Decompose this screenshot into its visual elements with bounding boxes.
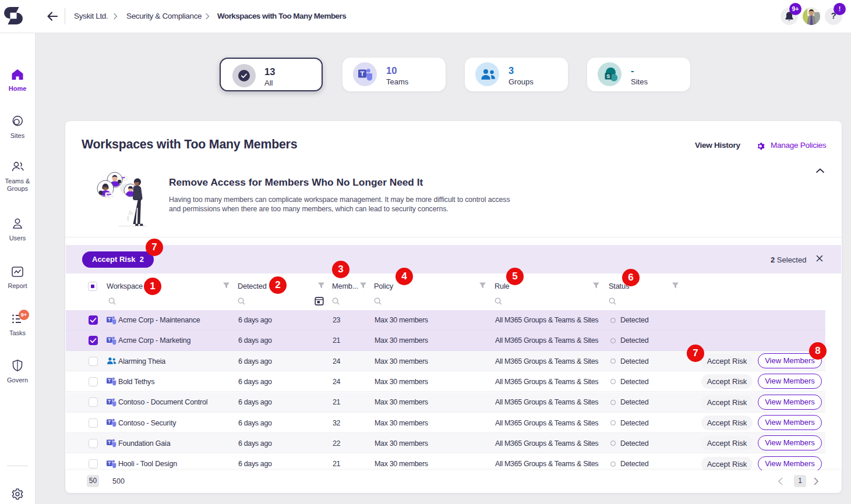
svg-text:S: S <box>606 73 610 79</box>
